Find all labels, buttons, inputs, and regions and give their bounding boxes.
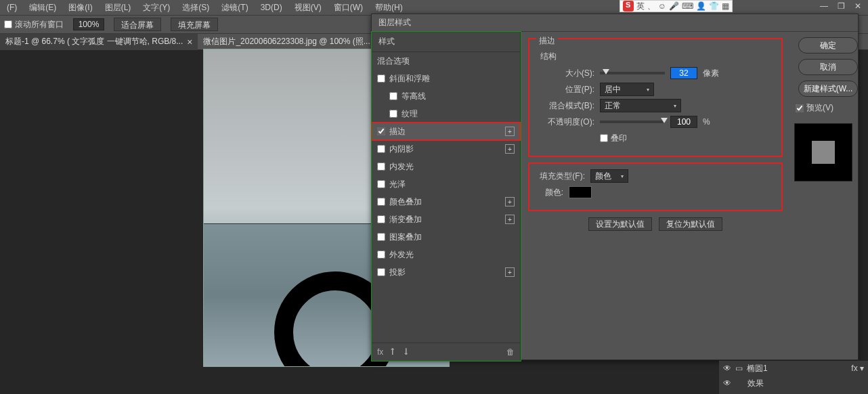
style-item-0[interactable]: 斜面和浮雕 — [372, 70, 520, 87]
mic-icon[interactable]: 🎤 — [669, 1, 679, 11]
position-value: 居中 — [605, 84, 621, 95]
tab-1[interactable]: 微信图片_20200606223308.jpg @ 100% (照... — [198, 34, 375, 50]
style-checkbox[interactable] — [377, 162, 385, 171]
overprint-checkbox[interactable]: 叠印 — [600, 133, 627, 144]
style-checkbox[interactable] — [377, 127, 385, 135]
dialog-right: 确定 取消 新建样式(W... 预览(V) — [790, 32, 858, 361]
restore-icon[interactable]: ❐ — [838, 1, 845, 11]
size-slider[interactable] — [600, 72, 665, 74]
fill-screen-button[interactable]: 填充屏幕 — [171, 18, 218, 31]
new-style-button[interactable]: 新建样式(W... — [798, 81, 858, 97]
tab-0-label: 标题-1 @ 66.7% ( 文字弧度 一键调节哈, RGB/8... — [5, 36, 183, 47]
blend-options[interactable]: 混合选项 — [372, 52, 520, 70]
menu-image[interactable]: 图像(I) — [64, 1, 96, 15]
ime-punct[interactable]: 、 — [647, 1, 655, 12]
stroke-section-label: 描边 — [536, 35, 558, 47]
set-default-button[interactable]: 设置为默认值 — [588, 217, 652, 231]
size-input[interactable] — [670, 67, 697, 79]
fx-icon[interactable]: fx — [377, 347, 383, 357]
style-item-10[interactable]: 外发光 — [372, 246, 520, 263]
style-item-3[interactable]: 描边+ — [372, 123, 520, 140]
cancel-button[interactable]: 取消 — [798, 59, 858, 75]
style-label: 内阴影 — [389, 144, 414, 155]
style-item-2[interactable]: 纹理 — [372, 105, 520, 123]
menu-edit[interactable]: 编辑(E) — [25, 1, 60, 15]
layers-panel: 👁 ▭ 椭圆1 fx ▾ 👁 效果 — [719, 360, 868, 394]
blendmode-select[interactable]: 正常▾ — [600, 99, 681, 112]
color-swatch[interactable] — [569, 186, 592, 198]
emoji-icon[interactable]: ☺ — [658, 1, 666, 11]
style-checkbox[interactable] — [377, 145, 385, 153]
color-label: 颜色: — [536, 187, 563, 198]
filltype-select[interactable]: 颜色▾ — [590, 169, 628, 183]
layer-name: 椭圆1 — [747, 363, 768, 374]
reset-default-button[interactable]: 复位为默认值 — [659, 217, 722, 231]
style-checkbox[interactable] — [377, 198, 385, 206]
style-item-7[interactable]: 颜色叠加+ — [372, 193, 520, 211]
preview-checkbox[interactable]: 预览(V) — [790, 102, 858, 114]
style-label: 光泽 — [389, 179, 406, 190]
position-label: 位置(P): — [536, 84, 594, 95]
sogou-icon[interactable]: S — [623, 1, 634, 12]
eye-icon[interactable]: 👁 — [723, 378, 731, 388]
plus-icon[interactable]: + — [505, 267, 515, 277]
close-icon[interactable]: × — [187, 37, 192, 47]
style-item-8[interactable]: 渐变叠加+ — [372, 211, 520, 228]
keyboard-icon[interactable]: ⌨ — [682, 1, 693, 11]
zoom-input[interactable] — [73, 18, 104, 30]
style-item-6[interactable]: 光泽 — [372, 175, 520, 193]
chevron-up-icon[interactable]: 🠕 — [389, 347, 397, 357]
style-item-11[interactable]: 投影+ — [372, 263, 520, 281]
plus-icon[interactable]: + — [505, 215, 515, 224]
blend-options-label: 混合选项 — [377, 56, 410, 67]
menu-f[interactable]: (F) — [3, 1, 21, 14]
opacity-unit: % — [703, 117, 710, 127]
close-icon[interactable]: ✕ — [854, 1, 861, 11]
grid-icon[interactable]: ▦ — [722, 1, 729, 11]
opacity-slider[interactable] — [600, 121, 665, 123]
style-checkbox[interactable] — [377, 215, 385, 223]
menu-help[interactable]: 帮助(H) — [371, 1, 407, 15]
scroll-all-windows-checkbox[interactable]: 滚动所有窗口 — [4, 19, 64, 30]
layer-row-ellipse[interactable]: 👁 ▭ 椭圆1 fx ▾ — [719, 361, 868, 376]
size-label: 大小(S): — [536, 68, 594, 79]
style-checkbox[interactable] — [377, 74, 385, 83]
menu-filter[interactable]: 滤镜(T) — [217, 1, 252, 15]
tab-0[interactable]: 标题-1 @ 66.7% ( 文字弧度 一键调节哈, RGB/8... × — [0, 34, 198, 50]
eye-icon[interactable]: 👁 — [723, 364, 731, 373]
style-checkbox[interactable] — [377, 250, 385, 259]
trash-icon[interactable]: 🗑 — [506, 347, 515, 357]
plus-icon[interactable]: + — [505, 144, 515, 154]
fx-badge[interactable]: fx ▾ — [851, 364, 864, 373]
plus-icon[interactable]: + — [505, 197, 515, 206]
ok-button[interactable]: 确定 — [798, 37, 858, 53]
shirt-icon[interactable]: 👕 — [709, 1, 719, 11]
menu-layer[interactable]: 图层(L) — [101, 1, 135, 15]
style-item-4[interactable]: 内阴影+ — [372, 140, 520, 158]
opacity-input[interactable] — [670, 116, 697, 128]
style-checkbox[interactable] — [377, 268, 385, 276]
plus-icon[interactable]: + — [505, 127, 515, 136]
style-checkbox[interactable] — [389, 92, 397, 100]
style-checkbox[interactable] — [389, 110, 397, 118]
style-checkbox[interactable] — [377, 180, 385, 188]
style-item-9[interactable]: 图案叠加 — [372, 228, 520, 246]
window-controls: — ❐ ✕ — [813, 0, 868, 12]
ime-toolbar[interactable]: S 英 、 ☺ 🎤 ⌨ 👤 👕 ▦ — [620, 0, 733, 12]
minimize-icon[interactable]: — — [820, 1, 828, 11]
style-item-5[interactable]: 内发光 — [372, 158, 520, 175]
user-icon[interactable]: 👤 — [696, 1, 706, 11]
menu-3d[interactable]: 3D(D) — [257, 1, 286, 14]
layer-row-effects[interactable]: 👁 效果 — [719, 376, 868, 391]
chevron-down-icon[interactable]: 🠗 — [402, 347, 410, 357]
style-checkbox[interactable] — [377, 233, 385, 241]
style-item-1[interactable]: 等高线 — [372, 87, 520, 105]
menu-type[interactable]: 文字(Y) — [139, 1, 174, 15]
ime-lang[interactable]: 英 — [636, 1, 645, 12]
position-select[interactable]: 居中▾ — [600, 83, 654, 96]
menu-window[interactable]: 窗口(W) — [330, 1, 367, 15]
blendmode-value: 正常 — [605, 100, 621, 112]
menu-select[interactable]: 选择(S) — [178, 1, 213, 15]
fit-screen-button[interactable]: 适合屏幕 — [114, 18, 161, 31]
menu-view[interactable]: 视图(V) — [290, 1, 326, 15]
